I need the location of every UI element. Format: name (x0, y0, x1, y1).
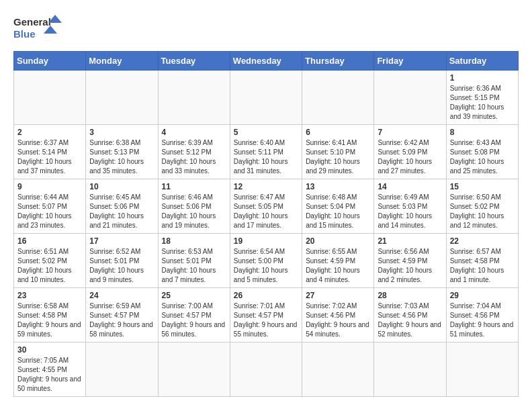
day-number: 27 (306, 291, 370, 300)
calendar-week-row: 1Sunrise: 6:36 AM Sunset: 5:15 PM Daylig… (14, 71, 519, 125)
calendar-cell: 13Sunrise: 6:48 AM Sunset: 5:04 PM Dayli… (302, 179, 374, 234)
calendar-cell (86, 342, 158, 397)
day-info: Sunrise: 6:44 AM Sunset: 5:07 PM Dayligh… (17, 193, 82, 230)
calendar-cell: 12Sunrise: 6:47 AM Sunset: 5:05 PM Dayli… (230, 179, 302, 234)
calendar-cell: 17Sunrise: 6:52 AM Sunset: 5:01 PM Dayli… (86, 234, 158, 288)
calendar-cell: 19Sunrise: 6:54 AM Sunset: 5:00 PM Dayli… (230, 234, 302, 288)
day-header-tuesday: Tuesday (158, 52, 230, 71)
calendar-cell (302, 71, 374, 125)
calendar-header-row: SundayMondayTuesdayWednesdayThursdayFrid… (14, 52, 519, 71)
logo: GeneralBlue (13, 13, 67, 40)
day-info: Sunrise: 6:56 AM Sunset: 4:59 PM Dayligh… (378, 247, 442, 285)
day-info: Sunrise: 7:02 AM Sunset: 4:56 PM Dayligh… (306, 302, 370, 339)
day-info: Sunrise: 6:51 AM Sunset: 5:02 PM Dayligh… (17, 247, 82, 285)
day-number: 16 (17, 236, 82, 246)
day-info: Sunrise: 6:38 AM Sunset: 5:13 PM Dayligh… (89, 138, 154, 176)
calendar-cell: 10Sunrise: 6:45 AM Sunset: 5:06 PM Dayli… (86, 179, 158, 234)
day-number: 8 (450, 128, 515, 137)
logo-icon: GeneralBlue (13, 13, 67, 40)
day-info: Sunrise: 6:47 AM Sunset: 5:05 PM Dayligh… (234, 193, 298, 230)
day-header-saturday: Saturday (446, 52, 518, 71)
day-info: Sunrise: 7:00 AM Sunset: 4:57 PM Dayligh… (162, 302, 226, 339)
calendar-cell: 21Sunrise: 6:56 AM Sunset: 4:59 PM Dayli… (374, 234, 446, 288)
calendar-week-row: 2Sunrise: 6:37 AM Sunset: 5:14 PM Daylig… (14, 125, 519, 179)
calendar-cell: 14Sunrise: 6:49 AM Sunset: 5:03 PM Dayli… (374, 179, 446, 234)
day-info: Sunrise: 6:45 AM Sunset: 5:06 PM Dayligh… (89, 193, 154, 230)
day-info: Sunrise: 7:05 AM Sunset: 4:55 PM Dayligh… (17, 356, 82, 394)
calendar-table: SundayMondayTuesdayWednesdayThursdayFrid… (13, 51, 519, 397)
calendar-week-row: 30Sunrise: 7:05 AM Sunset: 4:55 PM Dayli… (14, 342, 519, 397)
calendar-cell: 2Sunrise: 6:37 AM Sunset: 5:14 PM Daylig… (14, 125, 86, 179)
day-number: 6 (306, 128, 370, 137)
calendar-week-row: 23Sunrise: 6:58 AM Sunset: 4:58 PM Dayli… (14, 288, 519, 342)
day-info: Sunrise: 6:58 AM Sunset: 4:58 PM Dayligh… (17, 302, 82, 339)
day-number: 13 (306, 182, 370, 191)
calendar-week-row: 16Sunrise: 6:51 AM Sunset: 5:02 PM Dayli… (14, 234, 519, 288)
day-info: Sunrise: 6:59 AM Sunset: 4:57 PM Dayligh… (89, 302, 154, 339)
calendar-cell: 4Sunrise: 6:39 AM Sunset: 5:12 PM Daylig… (158, 125, 230, 179)
day-number: 4 (162, 128, 226, 137)
day-number: 20 (306, 236, 370, 246)
calendar-cell: 26Sunrise: 7:01 AM Sunset: 4:57 PM Dayli… (230, 288, 302, 342)
calendar-cell: 24Sunrise: 6:59 AM Sunset: 4:57 PM Dayli… (86, 288, 158, 342)
day-info: Sunrise: 6:52 AM Sunset: 5:01 PM Dayligh… (89, 247, 154, 285)
day-info: Sunrise: 6:48 AM Sunset: 5:04 PM Dayligh… (306, 193, 370, 230)
day-number: 12 (234, 182, 298, 191)
calendar-cell (446, 342, 518, 397)
day-info: Sunrise: 6:42 AM Sunset: 5:09 PM Dayligh… (378, 138, 442, 176)
calendar-cell (230, 342, 302, 397)
day-number: 9 (17, 182, 82, 191)
day-info: Sunrise: 6:49 AM Sunset: 5:03 PM Dayligh… (378, 193, 442, 230)
calendar-cell: 3Sunrise: 6:38 AM Sunset: 5:13 PM Daylig… (86, 125, 158, 179)
calendar-cell: 27Sunrise: 7:02 AM Sunset: 4:56 PM Dayli… (302, 288, 374, 342)
calendar-cell: 28Sunrise: 7:03 AM Sunset: 4:56 PM Dayli… (374, 288, 446, 342)
day-header-thursday: Thursday (302, 52, 374, 71)
day-number: 7 (378, 128, 442, 137)
calendar-cell: 5Sunrise: 6:40 AM Sunset: 5:11 PM Daylig… (230, 125, 302, 179)
calendar-cell (230, 71, 302, 125)
day-info: Sunrise: 6:37 AM Sunset: 5:14 PM Dayligh… (17, 138, 82, 176)
day-header-monday: Monday (86, 52, 158, 71)
day-number: 17 (89, 236, 154, 246)
calendar-cell: 6Sunrise: 6:41 AM Sunset: 5:10 PM Daylig… (302, 125, 374, 179)
day-number: 15 (450, 182, 515, 191)
calendar-cell (302, 342, 374, 397)
day-number: 30 (17, 345, 82, 355)
calendar-cell: 8Sunrise: 6:43 AM Sunset: 5:08 PM Daylig… (446, 125, 518, 179)
day-info: Sunrise: 6:53 AM Sunset: 5:01 PM Dayligh… (162, 247, 226, 285)
day-header-friday: Friday (374, 52, 446, 71)
calendar-cell (158, 342, 230, 397)
svg-text:Blue: Blue (13, 28, 36, 40)
calendar-cell: 18Sunrise: 6:53 AM Sunset: 5:01 PM Dayli… (158, 234, 230, 288)
day-header-wednesday: Wednesday (230, 52, 302, 71)
day-info: Sunrise: 7:03 AM Sunset: 4:56 PM Dayligh… (378, 302, 442, 339)
day-number: 29 (450, 291, 515, 300)
calendar-cell: 1Sunrise: 6:36 AM Sunset: 5:15 PM Daylig… (446, 71, 518, 125)
calendar-cell: 9Sunrise: 6:44 AM Sunset: 5:07 PM Daylig… (14, 179, 86, 234)
day-info: Sunrise: 6:55 AM Sunset: 4:59 PM Dayligh… (306, 247, 370, 285)
day-info: Sunrise: 6:43 AM Sunset: 5:08 PM Dayligh… (450, 138, 515, 176)
day-number: 3 (89, 128, 154, 137)
day-number: 23 (17, 291, 82, 300)
day-header-sunday: Sunday (14, 52, 86, 71)
day-number: 21 (378, 236, 442, 246)
calendar-cell: 16Sunrise: 6:51 AM Sunset: 5:02 PM Dayli… (14, 234, 86, 288)
day-number: 11 (162, 182, 226, 191)
day-number: 28 (378, 291, 442, 300)
calendar-cell: 22Sunrise: 6:57 AM Sunset: 4:58 PM Dayli… (446, 234, 518, 288)
day-info: Sunrise: 7:01 AM Sunset: 4:57 PM Dayligh… (234, 302, 298, 339)
day-info: Sunrise: 6:39 AM Sunset: 5:12 PM Dayligh… (162, 138, 226, 176)
day-number: 10 (89, 182, 154, 191)
day-number: 2 (17, 128, 82, 137)
calendar-cell: 23Sunrise: 6:58 AM Sunset: 4:58 PM Dayli… (14, 288, 86, 342)
day-number: 18 (162, 236, 226, 246)
day-info: Sunrise: 6:41 AM Sunset: 5:10 PM Dayligh… (306, 138, 370, 176)
day-info: Sunrise: 6:57 AM Sunset: 4:58 PM Dayligh… (450, 247, 515, 285)
calendar-cell: 30Sunrise: 7:05 AM Sunset: 4:55 PM Dayli… (14, 342, 86, 397)
day-number: 5 (234, 128, 298, 137)
calendar-cell (158, 71, 230, 125)
day-info: Sunrise: 6:36 AM Sunset: 5:15 PM Dayligh… (450, 84, 515, 122)
day-info: Sunrise: 6:40 AM Sunset: 5:11 PM Dayligh… (234, 138, 298, 176)
calendar-cell: 29Sunrise: 7:04 AM Sunset: 4:56 PM Dayli… (446, 288, 518, 342)
day-number: 14 (378, 182, 442, 191)
